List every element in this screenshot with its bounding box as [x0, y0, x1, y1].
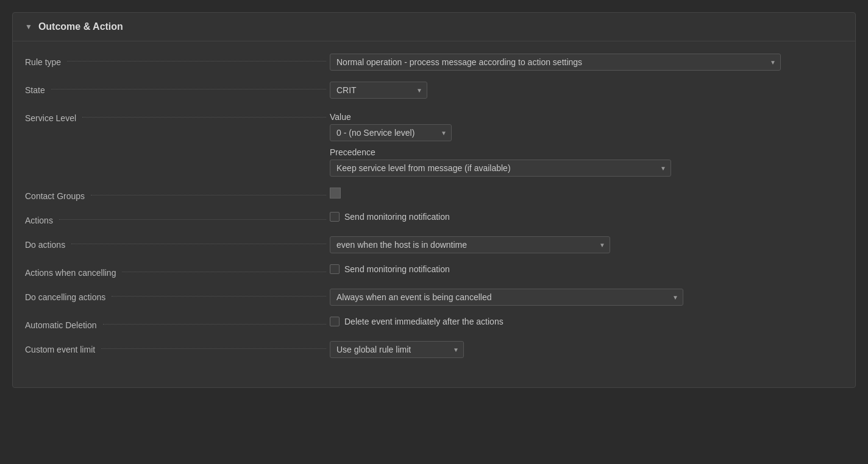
automatic-deletion-control: Delete event immediately after the actio… [330, 317, 843, 326]
do-actions-row: Do actions even when the host is in down… [25, 236, 843, 253]
contact-groups-label: Contact Groups [25, 188, 330, 201]
state-control: OKWARNCRITUNKNOWN [330, 82, 843, 99]
service-level-label: Service Level [25, 110, 330, 123]
do-cancelling-actions-label: Do cancelling actions [25, 289, 330, 302]
rule-type-select-wrapper[interactable]: Normal operation - process message accor… [330, 54, 781, 71]
service-level-value-select[interactable]: 0 - (no Service level)1 - (Low)5 - (Stan… [330, 124, 452, 141]
automatic-deletion-checkbox-wrapper: Delete event immediately after the actio… [330, 317, 843, 326]
precedence-section: Precedence Keep service level from messa… [330, 147, 843, 177]
service-level-control: Value 0 - (no Service level)1 - (Low)5 -… [330, 112, 843, 177]
panel-header: ▼ Outcome & Action [13, 13, 855, 41]
state-row: State OKWARNCRITUNKNOWN [25, 82, 843, 99]
actions-label: Actions [25, 212, 330, 225]
state-label: State [25, 82, 330, 95]
actions-checkbox-wrapper: Send monitoring notification [330, 212, 843, 222]
value-label: Value [330, 112, 843, 122]
automatic-deletion-checkbox[interactable] [330, 317, 340, 326]
do-actions-wrapper[interactable]: even when the host is in downtimeonly wh… [330, 236, 610, 253]
do-actions-control: even when the host is in downtimeonly wh… [330, 236, 843, 253]
contact-groups-row: Contact Groups [25, 188, 843, 201]
precedence-label: Precedence [330, 147, 843, 157]
automatic-deletion-label: Automatic Deletion [25, 317, 330, 330]
precedence-wrapper[interactable]: Keep service level from message (if avai… [330, 160, 671, 177]
do-cancelling-actions-control: Always when an event is being cancelledO… [330, 289, 843, 306]
service-level-sub: Value 0 - (no Service level)1 - (Low)5 -… [330, 112, 843, 177]
contact-groups-box[interactable] [330, 188, 341, 199]
actions-cancelling-checkbox[interactable] [330, 264, 340, 274]
do-cancelling-actions-select[interactable]: Always when an event is being cancelledO… [330, 289, 683, 306]
custom-event-limit-label: Custom event limit [25, 341, 330, 354]
automatic-deletion-checkbox-label: Delete event immediately after the actio… [344, 317, 503, 326]
rule-type-label: Rule type [25, 54, 330, 67]
panel-title: Outcome & Action [38, 21, 123, 32]
actions-cancelling-label: Actions when cancelling [25, 264, 330, 278]
actions-cancelling-control: Send monitoring notification [330, 264, 843, 274]
value-section: Value 0 - (no Service level)1 - (Low)5 -… [330, 112, 843, 141]
service-level-value-wrapper[interactable]: 0 - (no Service level)1 - (Low)5 - (Stan… [330, 124, 452, 141]
rule-type-select[interactable]: Normal operation - process message accor… [330, 54, 781, 71]
outcome-action-panel: ▼ Outcome & Action Rule type Normal oper… [12, 12, 856, 388]
rule-type-row: Rule type Normal operation - process mes… [25, 54, 843, 71]
rule-type-control: Normal operation - process message accor… [330, 54, 843, 71]
do-cancelling-actions-wrapper[interactable]: Always when an event is being cancelledO… [330, 289, 683, 306]
actions-row: Actions Send monitoring notification [25, 212, 843, 225]
do-actions-select[interactable]: even when the host is in downtimeonly wh… [330, 236, 610, 253]
actions-control: Send monitoring notification [330, 212, 843, 222]
custom-event-limit-wrapper[interactable]: Use global rule limitNo limitCustom limi… [330, 341, 464, 358]
state-select[interactable]: OKWARNCRITUNKNOWN [330, 82, 427, 99]
contact-groups-control [330, 188, 843, 199]
automatic-deletion-row: Automatic Deletion Delete event immediat… [25, 317, 843, 330]
service-level-row: Service Level Value 0 - (no Service leve… [25, 110, 843, 177]
custom-event-limit-row: Custom event limit Use global rule limit… [25, 341, 843, 358]
precedence-select[interactable]: Keep service level from message (if avai… [330, 160, 671, 177]
collapse-icon[interactable]: ▼ [25, 23, 32, 31]
panel-body: Rule type Normal operation - process mes… [13, 41, 855, 387]
actions-cancelling-checkbox-wrapper: Send monitoring notification [330, 264, 843, 274]
actions-checkbox-label: Send monitoring notification [344, 212, 450, 222]
do-actions-label: Do actions [25, 236, 330, 250]
state-select-wrapper[interactable]: OKWARNCRITUNKNOWN [330, 82, 427, 99]
do-cancelling-actions-row: Do cancelling actions Always when an eve… [25, 289, 843, 306]
actions-cancelling-checkbox-label: Send monitoring notification [344, 264, 450, 274]
custom-event-limit-select[interactable]: Use global rule limitNo limitCustom limi… [330, 341, 464, 358]
actions-cancelling-row: Actions when cancelling Send monitoring … [25, 264, 843, 278]
custom-event-limit-control: Use global rule limitNo limitCustom limi… [330, 341, 843, 358]
actions-checkbox[interactable] [330, 212, 340, 222]
